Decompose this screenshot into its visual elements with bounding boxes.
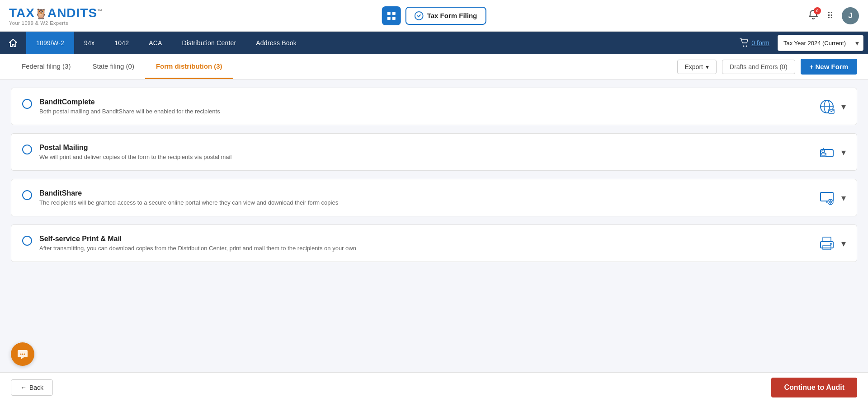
- apps-grid-icon[interactable]: ⠿: [827, 10, 834, 21]
- option-left: BanditComplete Both postal mailing and B…: [22, 98, 220, 115]
- drafts-errors-button[interactable]: Drafts and Errors (0): [722, 60, 795, 74]
- tax-year-select[interactable]: Tax Year 2024 (Current) Tax Year 2023 Ta…: [778, 35, 863, 51]
- tab-distribution[interactable]: Form distribution (3): [145, 54, 233, 79]
- svg-point-5: [743, 46, 745, 47]
- option-text: BanditShare The recipients will be grant…: [39, 189, 338, 206]
- nav-item-label: 1042: [114, 39, 129, 47]
- expand-postal-mailing-button[interactable]: ▾: [841, 147, 846, 158]
- nav-item-label: Address Book: [256, 39, 297, 47]
- bottom-bar: ← Back Continue to Audit: [0, 372, 868, 402]
- printer-icon: [819, 235, 835, 252]
- back-button[interactable]: ← Back: [11, 379, 53, 396]
- tab-state-label: State filing (0): [92, 62, 134, 70]
- option-title-bandit-share: BanditShare: [39, 189, 338, 197]
- tax-form-filing-button[interactable]: Tax Form Filing: [406, 7, 486, 25]
- option-card-bandit-complete: BanditComplete Both postal mailing and B…: [11, 88, 857, 125]
- chat-bubble[interactable]: [11, 342, 34, 366]
- grid-icon-button[interactable]: [382, 6, 401, 25]
- mailbox-icon: [819, 144, 835, 160]
- continue-to-audit-button[interactable]: Continue to Audit: [771, 378, 857, 397]
- back-label: Back: [29, 384, 43, 391]
- nav-item-aca[interactable]: ACA: [139, 32, 172, 54]
- nav-item-1042[interactable]: 1042: [104, 32, 139, 54]
- svg-rect-1: [392, 12, 396, 15]
- option-right: ▾: [819, 235, 846, 252]
- filing-icon: [415, 11, 424, 20]
- radio-self-service[interactable]: [22, 236, 32, 246]
- cart-count[interactable]: 0 form: [751, 39, 769, 47]
- tab-actions: Export ▾ Drafts and Errors (0) + New For…: [677, 59, 858, 75]
- option-left: Postal Mailing We will print and deliver…: [22, 144, 231, 160]
- export-label: Export: [685, 63, 703, 70]
- option-text: Postal Mailing We will print and deliver…: [39, 144, 231, 160]
- svg-rect-3: [392, 17, 396, 20]
- header-right: 0 ⠿ J: [808, 7, 859, 24]
- svg-rect-2: [387, 17, 391, 20]
- svg-point-26: [20, 354, 22, 355]
- main-content: BanditComplete Both postal mailing and B…: [0, 88, 868, 307]
- option-card-bandit-share: BanditShare The recipients will be grant…: [11, 179, 857, 216]
- svg-point-6: [746, 46, 747, 47]
- tabs: Federal filing (3) State filing (0) Form…: [11, 54, 233, 79]
- top-header: TAX🦉ANDITS™ Your 1099 & W2 Experts Tax F…: [0, 0, 868, 32]
- chevron-down-icon: ▾: [841, 193, 846, 203]
- header-center: Tax Form Filing: [382, 6, 486, 25]
- tab-state[interactable]: State filing (0): [81, 54, 145, 79]
- option-desc-bandit-share: The recipients will be granted access to…: [39, 199, 338, 206]
- logo: TAX🦉ANDITS™ Your 1099 & W2 Experts: [9, 6, 103, 26]
- nav-item-94x[interactable]: 94x: [74, 32, 104, 54]
- logo-subtitle: Your 1099 & W2 Experts: [9, 20, 68, 26]
- nav-item-distribution[interactable]: Distribution Center: [172, 32, 246, 54]
- expand-self-service-button[interactable]: ▾: [841, 238, 846, 249]
- tab-federal[interactable]: Federal filing (3): [11, 54, 81, 79]
- continue-label: Continue to Audit: [784, 383, 844, 391]
- home-icon: [8, 38, 18, 48]
- nav-item-label: 94x: [84, 39, 94, 47]
- nav-bar: 1099/W-2 94x 1042 ACA Distribution Cente…: [0, 32, 868, 54]
- logo-andits: ANDITS: [47, 6, 97, 20]
- radio-bandit-share[interactable]: [22, 190, 32, 200]
- radio-bandit-complete[interactable]: [22, 99, 32, 109]
- export-button[interactable]: Export ▾: [677, 60, 717, 74]
- cart-area[interactable]: 0 form: [731, 38, 778, 47]
- option-desc-postal-mailing: We will print and deliver copies of the …: [39, 154, 231, 160]
- grid-icon: [387, 11, 396, 21]
- option-right: ▾: [819, 144, 846, 160]
- svg-rect-14: [821, 153, 825, 155]
- option-card-self-service: Self-service Print & Mail After transmit…: [11, 224, 857, 262]
- logo-owl: 🦉: [35, 8, 47, 19]
- logo-title: TAX🦉ANDITS™: [9, 6, 103, 20]
- option-left: BanditShare The recipients will be grant…: [22, 189, 338, 206]
- svg-point-27: [22, 354, 24, 355]
- svg-point-12: [822, 150, 825, 153]
- option-desc-bandit-complete: Both postal mailing and BanditShare will…: [39, 108, 220, 115]
- chevron-down-icon: ▾: [841, 102, 846, 112]
- tax-form-filing-label: Tax Form Filing: [427, 12, 477, 19]
- option-card-postal-mailing: Postal Mailing We will print and deliver…: [11, 133, 857, 171]
- chevron-down-icon: ▾: [841, 147, 846, 157]
- globe-mail-icon: [819, 98, 835, 115]
- nav-item-addressbook[interactable]: Address Book: [246, 32, 307, 54]
- tax-year-wrap[interactable]: Tax Year 2024 (Current) Tax Year 2023 Ta…: [778, 35, 863, 51]
- option-desc-self-service: After transmitting, you can download cop…: [39, 245, 356, 252]
- avatar[interactable]: J: [842, 7, 859, 24]
- bell-badge: 0: [814, 7, 821, 14]
- back-arrow-icon: ←: [20, 384, 27, 391]
- nav-item-label: 1099/W-2: [36, 39, 64, 47]
- expand-bandit-complete-button[interactable]: ▾: [841, 101, 846, 112]
- bell-icon-wrap[interactable]: 0: [808, 9, 819, 22]
- radio-postal-mailing[interactable]: [22, 145, 32, 154]
- nav-item-label: Distribution Center: [182, 39, 236, 47]
- nav-item-1099w2[interactable]: 1099/W-2: [26, 32, 74, 54]
- expand-bandit-share-button[interactable]: ▾: [841, 192, 846, 203]
- svg-rect-22: [821, 242, 833, 248]
- chevron-down-icon: ▾: [841, 238, 846, 248]
- option-text: BanditComplete Both postal mailing and B…: [39, 98, 220, 115]
- nav-home-button[interactable]: [0, 32, 26, 54]
- new-form-label: + New Form: [810, 63, 848, 70]
- nav-item-label: ACA: [149, 39, 162, 47]
- new-form-button[interactable]: + New Form: [801, 59, 857, 75]
- option-text: Self-service Print & Mail After transmit…: [39, 235, 356, 252]
- svg-rect-23: [823, 237, 831, 242]
- logo-tax: TAX: [9, 6, 35, 20]
